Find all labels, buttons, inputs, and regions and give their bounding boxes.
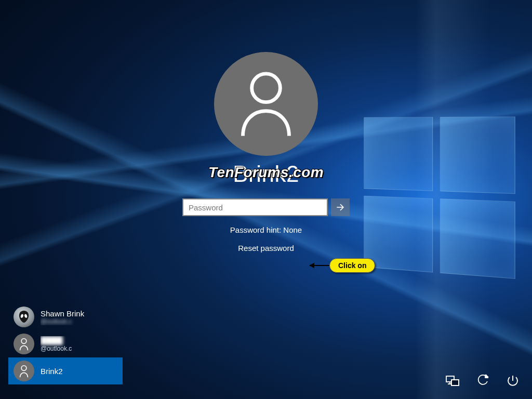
user-name-label: Shawn Brink bbox=[41, 309, 84, 318]
avatar-icon bbox=[14, 307, 34, 327]
username-display: Brink2 bbox=[233, 161, 299, 187]
system-buttons bbox=[445, 373, 521, 389]
user-name-label: Brink2 bbox=[41, 367, 63, 376]
avatar-icon bbox=[14, 334, 34, 354]
password-input[interactable] bbox=[182, 198, 328, 216]
network-icon bbox=[445, 375, 460, 387]
annotation-callout: Click on bbox=[310, 258, 375, 273]
person-icon bbox=[18, 364, 30, 378]
annotation-label: Click on bbox=[329, 258, 375, 273]
user-list-item[interactable]: ████ @outlook.c bbox=[8, 330, 123, 357]
ease-of-access-icon bbox=[476, 374, 489, 388]
network-button[interactable] bbox=[445, 373, 460, 389]
person-icon bbox=[237, 70, 295, 138]
user-list: Shawn Brink @outlook.c ████ @outlook.c B… bbox=[8, 303, 123, 384]
power-button[interactable] bbox=[505, 373, 521, 389]
login-area: Brink2 Password hint: None Reset passwor… bbox=[0, 52, 532, 252]
svg-point-4 bbox=[21, 366, 26, 371]
reset-password-link[interactable]: Reset password bbox=[238, 244, 294, 252]
submit-arrow-icon bbox=[335, 202, 345, 212]
user-name-label: ████ bbox=[41, 336, 72, 345]
user-text: Brink2 bbox=[41, 367, 63, 376]
user-text: Shawn Brink @outlook.c bbox=[41, 309, 84, 325]
user-sub-label: @outlook.c bbox=[41, 345, 72, 352]
svg-rect-6 bbox=[451, 380, 459, 385]
user-list-item-selected[interactable]: Brink2 bbox=[8, 357, 123, 384]
password-hint: Password hint: None bbox=[230, 225, 302, 234]
submit-button[interactable] bbox=[331, 198, 350, 216]
password-row bbox=[182, 198, 350, 216]
user-avatar-large bbox=[214, 52, 318, 156]
person-icon bbox=[18, 337, 30, 351]
ease-of-access-button[interactable] bbox=[475, 373, 490, 389]
annotation-arrow-icon bbox=[310, 265, 329, 266]
svg-marker-8 bbox=[486, 374, 489, 377]
user-list-item[interactable]: Shawn Brink @outlook.c bbox=[8, 303, 123, 330]
user-text: ████ @outlook.c bbox=[41, 336, 72, 352]
user-sub-label: @outlook.c bbox=[41, 318, 84, 325]
alien-icon bbox=[18, 310, 30, 324]
svg-point-3 bbox=[21, 339, 26, 344]
avatar-icon bbox=[14, 361, 34, 381]
svg-point-0 bbox=[252, 74, 281, 102]
power-icon bbox=[506, 374, 520, 388]
